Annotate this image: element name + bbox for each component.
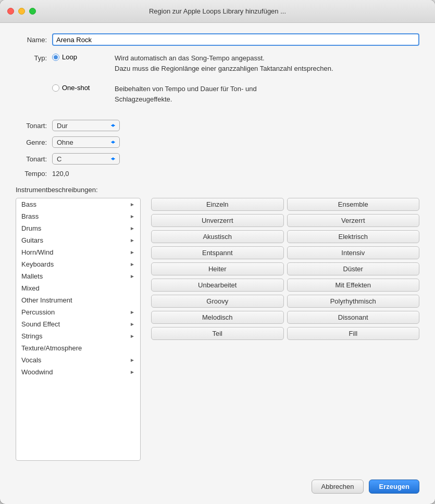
instrument-item-label: Brass [21, 212, 39, 220]
list-item[interactable]: Guitars► [16, 234, 140, 246]
loop-label: Loop [62, 53, 77, 61]
instrument-item-label: Woodwind [21, 368, 53, 376]
instrument-list[interactable]: Bass►Brass►Drums►Guitars►Horn/Wind►Keybo… [16, 198, 141, 461]
loop-description: Wird automatisch an das Song-Tempo angep… [115, 53, 333, 73]
scale-label: Tonart: [16, 155, 47, 163]
instrument-item-label: Horn/Wind [21, 248, 53, 256]
list-item[interactable]: Horn/Wind► [16, 246, 140, 258]
instrument-item-label: Mixed [21, 284, 40, 292]
tempo-row: Tempo: 120,0 [16, 170, 419, 178]
list-item[interactable]: Other Instrument [16, 294, 140, 306]
oneshot-option-row: One-shot Beibehalten von Tempo und Dauer… [52, 84, 333, 104]
submenu-arrow-icon: ► [130, 225, 135, 231]
list-item[interactable]: Drums► [16, 222, 140, 234]
instrument-item-label: Other Instrument [21, 296, 72, 304]
traffic-lights [7, 8, 36, 15]
descriptor-button[interactable]: Unbearbeitet [151, 279, 284, 292]
submenu-arrow-icon: ► [130, 213, 135, 219]
instrument-area: Bass►Brass►Drums►Guitars►Horn/Wind►Keybo… [16, 198, 419, 461]
cancel-button[interactable]: Abbrechen [312, 480, 364, 494]
descriptor-button[interactable]: Einzeln [151, 198, 284, 211]
instrument-item-label: Sound Effect [21, 320, 60, 328]
submenu-arrow-icon: ► [130, 333, 135, 339]
genre-row: Genre: Ohne Rock Pop Jazz [16, 136, 419, 148]
descriptor-button[interactable]: Mit Effekten [287, 279, 420, 292]
list-item[interactable]: Mallets► [16, 270, 140, 282]
create-button[interactable]: Erzeugen [369, 480, 419, 494]
oneshot-description: Beibehalten von Tempo und Dauer für Ton-… [115, 84, 257, 104]
type-row: Typ: Loop Wird automatisch an das Song-T… [16, 53, 419, 109]
descriptor-button[interactable]: Düster [287, 262, 420, 275]
titlebar: Region zur Apple Loops Library hinzufüge… [0, 0, 435, 23]
tempo-value: 120,0 [52, 170, 69, 178]
bottom-bar: Abbrechen Erzeugen [0, 471, 435, 504]
descriptor-button[interactable]: Ensemble [287, 198, 420, 211]
descriptor-button[interactable]: Melodisch [151, 311, 284, 324]
oneshot-label: One-shot [62, 84, 90, 92]
list-item[interactable]: Mixed [16, 282, 140, 294]
tonart-row: Tonart: Dur Moll Keine [16, 120, 419, 131]
window-title: Region zur Apple Loops Library hinzufüge… [149, 7, 286, 15]
instrument-item-label: Vocals [21, 356, 41, 364]
type-label: Typ: [16, 53, 47, 62]
list-item[interactable]: Percussion► [16, 306, 140, 318]
descriptor-button[interactable]: Polyrhythmisch [287, 295, 420, 308]
submenu-arrow-icon: ► [130, 249, 135, 255]
list-item[interactable]: Sound Effect► [16, 318, 140, 330]
descriptor-button[interactable]: Fill [287, 327, 420, 340]
maximize-button[interactable] [29, 8, 36, 15]
instrument-item-label: Guitars [21, 236, 43, 244]
descriptor-button[interactable]: Intensiv [287, 246, 420, 259]
list-item[interactable]: Strings► [16, 330, 140, 342]
name-label: Name: [16, 36, 47, 44]
descriptor-button[interactable]: Entspannt [151, 246, 284, 259]
genre-select[interactable]: Ohne Rock Pop Jazz [52, 136, 120, 148]
name-input[interactable] [52, 33, 419, 46]
loop-radio-indicator [52, 54, 59, 61]
instrument-item-label: Drums [21, 224, 41, 232]
list-item[interactable]: Vocals► [16, 354, 140, 366]
submenu-arrow-icon: ► [130, 261, 135, 267]
name-row: Name: [16, 33, 419, 46]
loop-radio-label[interactable]: Loop [52, 53, 104, 61]
submenu-arrow-icon: ► [130, 201, 135, 207]
list-item[interactable]: Texture/Atmosphere [16, 342, 140, 354]
instrument-item-label: Bass [21, 200, 36, 208]
descriptor-button[interactable]: Verzerrt [287, 214, 420, 227]
instrument-item-label: Texture/Atmosphere [21, 344, 82, 352]
tempo-label: Tempo: [16, 170, 47, 178]
descriptor-button[interactable]: Dissonant [287, 311, 420, 324]
submenu-arrow-icon: ► [130, 369, 135, 375]
oneshot-radio-indicator [52, 84, 59, 92]
descriptor-button[interactable]: Teil [151, 327, 284, 340]
submenu-arrow-icon: ► [130, 237, 135, 243]
descriptor-button[interactable]: Unverzerrt [151, 214, 284, 227]
tonart-label: Tonart: [16, 122, 47, 130]
descriptor-button[interactable]: Akustisch [151, 230, 284, 243]
list-item[interactable]: Bass► [16, 198, 140, 210]
submenu-arrow-icon: ► [130, 309, 135, 315]
content-area: Name: Typ: Loop Wird automatisch an das … [0, 23, 435, 471]
instrument-item-label: Strings [21, 332, 42, 340]
scale-select[interactable]: C D E F G A B [52, 153, 120, 165]
instrument-section-title: Instrumentbeschreibungen: [16, 186, 419, 194]
descriptor-button[interactable]: Heiter [151, 262, 284, 275]
instrument-item-label: Percussion [21, 308, 55, 316]
genre-label: Genre: [16, 138, 47, 146]
loop-option-row: Loop Wird automatisch an das Song-Tempo … [52, 53, 333, 73]
oneshot-radio-label[interactable]: One-shot [52, 84, 104, 92]
submenu-arrow-icon: ► [130, 273, 135, 279]
close-button[interactable] [7, 8, 14, 15]
descriptor-button[interactable]: Groovy [151, 295, 284, 308]
submenu-arrow-icon: ► [130, 357, 135, 363]
list-item[interactable]: Brass► [16, 210, 140, 222]
submenu-arrow-icon: ► [130, 321, 135, 327]
main-window: Region zur Apple Loops Library hinzufüge… [0, 0, 435, 504]
instrument-item-label: Keyboards [21, 260, 54, 268]
tonart-select[interactable]: Dur Moll Keine [52, 120, 120, 131]
list-item[interactable]: Woodwind► [16, 366, 140, 378]
instrument-item-label: Mallets [21, 272, 43, 280]
list-item[interactable]: Keyboards► [16, 258, 140, 270]
descriptor-button[interactable]: Elektrisch [287, 230, 420, 243]
minimize-button[interactable] [18, 8, 25, 15]
